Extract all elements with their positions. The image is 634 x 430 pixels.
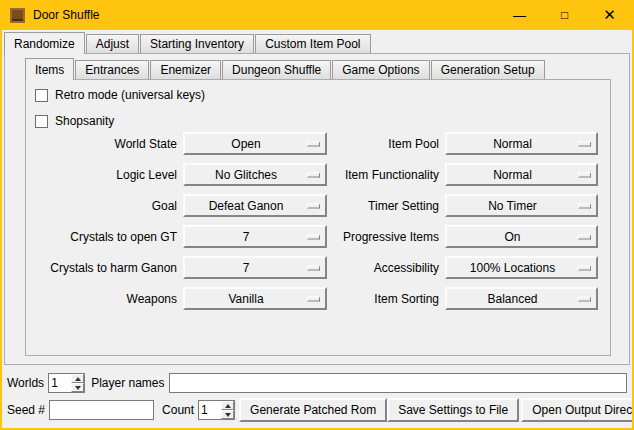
tab-custom-item-pool[interactable]: Custom Item Pool: [255, 34, 370, 53]
item-pool-label: Item Pool: [333, 137, 439, 151]
maximize-button[interactable]: □: [542, 0, 587, 30]
player-names-label: Player names: [91, 376, 164, 390]
player-names-input[interactable]: [169, 373, 628, 393]
weapons-value: Vanilla: [228, 292, 263, 306]
logic-level-dropdown[interactable]: No Glitches: [183, 163, 327, 186]
spin-up-button[interactable]: [71, 374, 84, 383]
spin-up-icon: [225, 404, 231, 408]
open-output-directory-button[interactable]: Open Output Directory: [521, 398, 634, 422]
checkbox-retro-mode[interactable]: Retro mode (universal keys): [35, 88, 205, 102]
dropdown-indicator-icon: [307, 203, 320, 208]
crystals-harm-ganon-value: 7: [243, 261, 250, 275]
weapons-label: Weapons: [32, 292, 177, 306]
crystals-open-gt-dropdown[interactable]: 7: [183, 225, 327, 248]
goal-dropdown[interactable]: Defeat Ganon: [183, 194, 327, 217]
seed-row: Seed # Count Generate Patched Rom Save S…: [7, 398, 627, 422]
checkbox-shopsanity[interactable]: Shopsanity: [35, 114, 114, 128]
spin-down-button[interactable]: [221, 410, 234, 419]
tab-generation-setup[interactable]: Generation Setup: [431, 60, 545, 79]
world-state-dropdown[interactable]: Open: [183, 132, 327, 155]
tab-game-options[interactable]: Game Options: [332, 60, 429, 79]
dropdown-indicator-icon: [307, 296, 320, 301]
worlds-input[interactable]: [49, 374, 71, 392]
checkbox-unchecked-icon[interactable]: [35, 89, 48, 102]
crystals-harm-ganon-label: Crystals to harm Ganon: [32, 261, 177, 275]
tab-enemizer[interactable]: Enemizer: [150, 60, 221, 79]
item-sorting-dropdown[interactable]: Balanced: [445, 287, 598, 310]
accessibility-value: 100% Locations: [470, 261, 555, 275]
sub-tab-bar: Items Entrances Enemizer Dungeon Shuffle…: [25, 57, 546, 79]
spin-down-icon: [75, 386, 81, 390]
items-pane: Retro mode (universal keys) Shopsanity W…: [25, 79, 611, 356]
window-controls: — □ ✕: [497, 0, 632, 30]
spin-up-button[interactable]: [221, 401, 234, 410]
tab-starting-inventory[interactable]: Starting Inventory: [140, 34, 254, 53]
worlds-spinbox[interactable]: [48, 373, 85, 393]
goal-value: Defeat Ganon: [209, 199, 284, 213]
dropdown-indicator-icon: [578, 234, 591, 239]
world-state-label: World State: [32, 137, 177, 151]
item-functionality-value: Normal: [493, 168, 532, 182]
app-icon: [10, 8, 25, 23]
dropdown-indicator-icon: [578, 172, 591, 177]
spin-down-icon: [225, 413, 231, 417]
seed-label: Seed #: [7, 403, 45, 417]
item-functionality-dropdown[interactable]: Normal: [445, 163, 598, 186]
item-sorting-value: Balanced: [487, 292, 537, 306]
item-sorting-label: Item Sorting: [333, 292, 439, 306]
logic-level-label: Logic Level: [32, 168, 177, 182]
item-pool-dropdown[interactable]: Normal: [445, 132, 598, 155]
crystals-harm-ganon-dropdown[interactable]: 7: [183, 256, 327, 279]
generate-patched-rom-button[interactable]: Generate Patched Rom: [239, 398, 387, 422]
timer-setting-dropdown[interactable]: No Timer: [445, 194, 598, 217]
accessibility-dropdown[interactable]: 100% Locations: [445, 256, 598, 279]
titlebar: Door Shuffle — □ ✕: [2, 0, 632, 30]
crystals-open-gt-label: Crystals to open GT: [32, 230, 177, 244]
close-button[interactable]: ✕: [587, 0, 632, 30]
progressive-items-dropdown[interactable]: On: [445, 225, 598, 248]
accessibility-label: Accessibility: [333, 261, 439, 275]
options-grid: World State Open Item Pool Normal Logic …: [32, 132, 598, 310]
crystals-open-gt-value: 7: [243, 230, 250, 244]
item-pool-value: Normal: [493, 137, 532, 151]
tab-dungeon-shuffle[interactable]: Dungeon Shuffle: [222, 60, 331, 79]
spin-down-button[interactable]: [71, 383, 84, 392]
worlds-spin-arrows: [71, 374, 84, 392]
checkbox-unchecked-icon[interactable]: [35, 115, 48, 128]
count-input[interactable]: [199, 401, 221, 419]
count-spin-arrows: [221, 401, 234, 419]
count-spinbox[interactable]: [198, 400, 235, 420]
tab-items[interactable]: Items: [25, 58, 74, 80]
main-tab-bar: Randomize Adjust Starting Inventory Cust…: [4, 31, 372, 53]
window-title: Door Shuffle: [33, 8, 100, 22]
progressive-items-label: Progressive Items: [333, 230, 439, 244]
tab-randomize[interactable]: Randomize: [4, 32, 85, 54]
tab-entrances[interactable]: Entrances: [75, 60, 149, 79]
save-settings-button[interactable]: Save Settings to File: [387, 398, 519, 422]
spin-up-icon: [75, 377, 81, 381]
checkbox-shopsanity-label: Shopsanity: [55, 114, 114, 128]
dropdown-indicator-icon: [578, 203, 591, 208]
world-state-value: Open: [231, 137, 260, 151]
tab-adjust[interactable]: Adjust: [86, 34, 139, 53]
logic-level-value: No Glitches: [215, 168, 277, 182]
minimize-button[interactable]: —: [497, 0, 542, 30]
dropdown-indicator-icon: [307, 234, 320, 239]
seed-input[interactable]: [49, 400, 154, 420]
worlds-label: Worlds: [7, 376, 44, 390]
dropdown-indicator-icon: [578, 265, 591, 270]
dropdown-indicator-icon: [307, 141, 320, 146]
dropdown-indicator-icon: [578, 141, 591, 146]
door-shuffle-window: Door Shuffle — □ ✕ Randomize Adjust Star…: [0, 0, 634, 430]
goal-label: Goal: [32, 199, 177, 213]
randomize-pane: Items Entrances Enemizer Dungeon Shuffle…: [4, 53, 630, 365]
progressive-items-value: On: [504, 230, 520, 244]
dropdown-indicator-icon: [578, 296, 591, 301]
checkbox-retro-mode-label: Retro mode (universal keys): [55, 88, 205, 102]
count-label: Count: [162, 403, 194, 417]
worlds-row: Worlds Player names: [7, 372, 627, 394]
weapons-dropdown[interactable]: Vanilla: [183, 287, 327, 310]
timer-setting-value: No Timer: [488, 199, 537, 213]
dropdown-indicator-icon: [307, 172, 320, 177]
item-functionality-label: Item Functionality: [333, 168, 439, 182]
